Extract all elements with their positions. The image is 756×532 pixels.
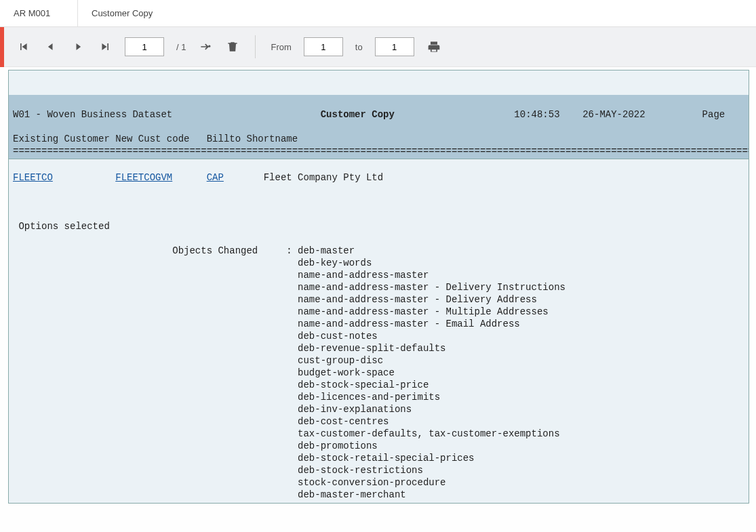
go-to-page-button[interactable]	[198, 39, 213, 54]
print-button[interactable]	[426, 39, 441, 54]
report-content: W01 - Woven Business Dataset Customer Co…	[9, 70, 749, 504]
header-date: 26-MAY-2022	[582, 109, 645, 120]
page-total-label: / 1	[176, 42, 186, 52]
current-page-input[interactable]	[125, 37, 164, 56]
title-bar: AR M001 Customer Copy	[0, 0, 756, 27]
to-label: to	[355, 42, 363, 52]
report-body-pre: Options selected Objects Changed : deb-m…	[13, 208, 749, 504]
col-newcust: New Cust code	[115, 134, 189, 144]
last-page-button[interactable]	[98, 39, 113, 54]
new-cust-code-link[interactable]: FLEETCOGVM	[115, 172, 172, 183]
from-page-input[interactable]	[304, 37, 343, 56]
report-viewport[interactable]: W01 - Woven Business Dataset Customer Co…	[8, 70, 749, 504]
col-existing: Existing Customer	[13, 134, 110, 144]
to-page-input[interactable]	[375, 37, 414, 56]
billto-link[interactable]: CAP	[207, 172, 224, 183]
prev-page-button[interactable]	[43, 39, 58, 54]
screen-title: Customer Copy	[78, 0, 166, 26]
header-page-label: Page	[702, 109, 725, 120]
from-label: From	[271, 42, 291, 52]
toolbar-separator	[255, 35, 256, 58]
header-title: Customer Copy	[321, 109, 395, 120]
existing-customer-link[interactable]: FLEETCO	[13, 172, 53, 183]
first-page-button[interactable]	[16, 39, 31, 54]
data-row: FLEETCO FLEETCOGVM CAP Fleet Company Pty…	[9, 171, 749, 184]
screen-code: AR M001	[0, 0, 78, 26]
delete-button[interactable]	[225, 39, 240, 54]
header-dataset: W01 - Woven Business Dataset	[13, 109, 172, 120]
header-time: 10:48:53	[514, 109, 559, 120]
report-header: W01 - Woven Business Dataset Customer Co…	[9, 95, 749, 159]
col-billto: Billto	[207, 134, 241, 144]
header-divider: ========================================…	[13, 146, 749, 157]
col-shortname: Shortname	[247, 134, 298, 144]
report-toolbar: / 1 From to	[4, 27, 756, 67]
shortname-text: Fleet Company Pty Ltd	[264, 172, 383, 183]
next-page-button[interactable]	[71, 39, 85, 54]
